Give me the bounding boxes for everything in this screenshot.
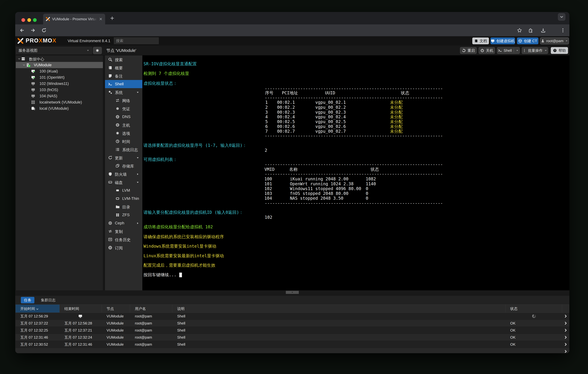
user-menu-button[interactable]: root@pam [540, 38, 569, 44]
task-row[interactable]: 五月 07 12:31:46五月 07 12:32:24VUModuleroot… [15, 334, 569, 341]
menu-item-lvm-thin[interactable]: LVM-Thin [105, 194, 142, 203]
reload-button[interactable] [42, 28, 46, 33]
shell-button[interactable]: Shell [497, 47, 520, 54]
expander-icon[interactable] [22, 64, 25, 66]
task-start-time: 五月 07 12:32:25 [20, 327, 48, 334]
task-row[interactable]: 五月 07 12:30:52五月 07 12:31:46VUModuleroot… [15, 341, 569, 348]
menu-item--[interactable]: 目录 [105, 203, 142, 211]
download-icon[interactable] [541, 28, 546, 33]
tree-item--[interactable]: 数据中心 [16, 56, 103, 62]
tab-search-button[interactable] [558, 13, 566, 21]
task-panel-tab-tasks[interactable]: 任务 [21, 297, 34, 303]
back-button[interactable] [20, 28, 24, 33]
tree-item-vumodule[interactable]: VUModule [16, 62, 103, 68]
menu-item-lvm[interactable]: LVM [105, 186, 142, 194]
help-button[interactable]: ?帮助 [551, 47, 568, 54]
task-row-expand-icon[interactable] [564, 342, 568, 346]
chevron-right-icon[interactable] [136, 222, 139, 225]
shutdown-button[interactable]: 关机 [479, 47, 495, 54]
tree-item-103-fnos-[interactable]: 103 (fnOS) [16, 87, 103, 93]
bookmark-star-icon[interactable] [517, 28, 522, 33]
menu-item--[interactable]: 复制 [105, 227, 142, 235]
task-column-header-节点[interactable]: 节点 [102, 304, 130, 313]
new-tab-button[interactable] [109, 15, 116, 21]
menu-item-shell[interactable]: Shell [105, 80, 142, 88]
cert-icon [116, 107, 120, 111]
menu-item--[interactable]: 备注 [105, 72, 142, 80]
menu-item--[interactable]: 选项 [105, 129, 142, 137]
svg-text:?: ? [554, 49, 556, 52]
expander-icon[interactable] [18, 57, 21, 60]
task-row[interactable]: 五月 07 12:32:25五月 07 12:37:21VUModuleroot… [15, 327, 569, 334]
menu-item--[interactable]: 时间 [105, 137, 142, 145]
task-row[interactable]: 五月 07 12:56:29VUModuleroot@pamShell [15, 313, 569, 320]
restart-button[interactable]: 重启 [460, 47, 477, 54]
task-row-expand-icon[interactable] [564, 335, 568, 339]
menu-item--[interactable]: 磁盘 [105, 178, 142, 186]
task-column-header-结束时间[interactable]: 结束时间 [60, 304, 102, 313]
mac-minimize-button[interactable] [27, 18, 31, 22]
menu-item-label: 任务历史 [115, 237, 131, 243]
menu-item--[interactable]: 系统 [105, 88, 142, 96]
task-end-time: 五月 07 12:56:28 [64, 320, 92, 327]
task-column-header-说明[interactable]: 说明 [172, 304, 505, 313]
menu-item-label: 复制 [115, 229, 123, 234]
menu-item--[interactable]: 订阅 [105, 244, 142, 252]
tree-item-101-openwrt-[interactable]: 101 (OpenWrt) [16, 74, 103, 81]
task-row[interactable] [15, 348, 569, 353]
browser-tab[interactable]: VUModule - Proxmox Virtual E [43, 14, 105, 24]
task-node: VUModule [106, 320, 124, 327]
menu-item--[interactable]: 网络 [105, 96, 142, 105]
splitter-handle[interactable] [286, 291, 299, 294]
task-column-header-开始时间[interactable]: 开始时间 [15, 304, 60, 313]
tab-close-icon[interactable] [99, 17, 103, 21]
view-settings-button[interactable] [93, 47, 102, 54]
shell-terminal[interactable]: SR-IOV虚拟化核显直通配置检测到 7 个虚拟化核显虚拟化核显状态：-----… [142, 55, 569, 290]
task-panel-tab-cluster-log[interactable]: 集群日志 [38, 297, 59, 303]
task-column-header-用户名[interactable]: 用户名 [130, 304, 172, 313]
panel-splitter[interactable] [15, 290, 569, 296]
create-ct-button[interactable]: 创建 CT [517, 38, 538, 44]
menu-item-label: 系统日志 [122, 147, 138, 153]
menu-item--[interactable]: 概要 [105, 64, 142, 72]
pve-search-input[interactable] [114, 37, 159, 44]
extensions-icon[interactable] [528, 28, 533, 33]
task-row-expand-icon[interactable] [564, 321, 568, 325]
chevron-down-icon[interactable] [136, 181, 139, 184]
chevron-down-icon[interactable] [136, 91, 139, 94]
tree-item-104-nas-[interactable]: 104 (NAS) [16, 93, 103, 99]
forward-button[interactable] [31, 28, 35, 33]
menu-item-zfs[interactable]: ZFS [105, 211, 142, 219]
mac-zoom-button[interactable] [33, 18, 37, 22]
menu-item-label: 主机 [122, 123, 130, 128]
menu-item--[interactable]: 防火墙 [105, 170, 142, 178]
chevron-right-icon[interactable] [136, 173, 139, 176]
menu-item--[interactable]: 搜索 [105, 55, 142, 64]
menu-item--[interactable]: 凭证 [105, 105, 142, 113]
docs-button[interactable]: 文档 [472, 38, 489, 44]
tree-item-local-vumodule-[interactable]: local (VUModule) [16, 105, 103, 112]
task-row-expand-icon[interactable] [564, 328, 568, 332]
tree-item-102-windows11-[interactable]: 102 (Windows11) [16, 81, 103, 87]
browser-menu-icon[interactable] [560, 28, 566, 33]
menu-item--[interactable]: 存储库 [105, 162, 142, 170]
menu-item-dns[interactable]: DNS [105, 113, 142, 121]
menu-item--[interactable]: 任务历史 [105, 235, 142, 244]
menu-item--[interactable]: 系统日志 [105, 145, 142, 154]
chevron-down-icon[interactable] [136, 156, 139, 159]
task-row-expand-icon[interactable] [564, 314, 568, 318]
menu-item-ceph[interactable]: Ceph [105, 219, 142, 227]
view-selector-label: 服务器视图 [19, 48, 86, 53]
task-column-header-状态[interactable]: 状态 [505, 304, 562, 313]
menu-item--[interactable]: 更新 [105, 154, 142, 162]
view-selector[interactable]: 服务器视图 [16, 47, 92, 54]
bulk-actions-button[interactable]: 批量操作 [522, 47, 548, 54]
tree-item-localnetwork-vumodule-[interactable]: localnetwork (VUModule) [16, 99, 103, 105]
task-row[interactable]: 五月 07 12:37:22五月 07 12:56:28VUModuleroot… [15, 320, 569, 327]
menu-item--[interactable]: 主机 [105, 121, 142, 129]
mac-close-button[interactable] [21, 18, 25, 22]
create-vm-button[interactable]: 创建虚拟机 [491, 38, 515, 44]
task-row-expand-icon[interactable] [564, 350, 568, 353]
tree-item-100-ikuai-[interactable]: 100 (iKuai) [16, 68, 103, 74]
task-column-header[interactable] [562, 304, 569, 313]
